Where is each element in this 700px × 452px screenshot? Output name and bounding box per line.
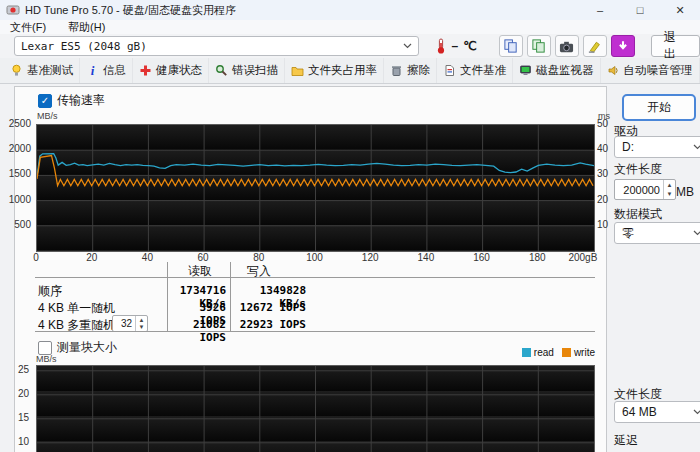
folder-icon — [291, 64, 304, 77]
tab-bar: 基准测试 i信息 健康状态 错误扫描 文件夹占用率 擦除 文件基准 磁盘监视器 … — [0, 58, 700, 84]
temperature-display: – ℃ — [435, 38, 477, 54]
transfer-rate-label: 传输速率 — [57, 92, 105, 109]
monitor-icon — [519, 64, 532, 77]
row-4k-multi-write: 22923 IOPS — [232, 318, 306, 331]
spinner-arrows: ▲▼ — [135, 316, 147, 331]
transfer-rate-checkbox[interactable]: ✓ 传输速率 — [38, 92, 105, 109]
tab-label: 擦除 — [407, 63, 430, 78]
menu-file[interactable]: 文件(F) — [8, 20, 48, 35]
copy-green-icon — [531, 38, 547, 54]
tab-label: 基准测试 — [27, 63, 73, 78]
tab-label: 自动噪音管理 — [624, 63, 693, 78]
tab-label: 磁盘监视器 — [536, 63, 594, 78]
copy-text-button[interactable] — [499, 35, 523, 57]
table-header-divider — [35, 277, 595, 278]
queue-depth-value: 32 — [113, 318, 135, 329]
save-results-button[interactable] — [611, 35, 635, 57]
spinner-down-icon[interactable]: ▼ — [664, 190, 675, 200]
row-sequential-label: 顺序 — [38, 283, 62, 300]
close-button[interactable]: ✕ — [660, 0, 700, 20]
temperature-value: – — [452, 39, 459, 53]
download-arrow-icon — [616, 39, 630, 53]
spinner-up-icon[interactable]: ▲ — [136, 316, 147, 324]
tab-benchmark[interactable]: 基准测试 — [4, 58, 80, 83]
trash-icon — [390, 64, 403, 77]
window-title: HD Tune Pro 5.70 - 硬盘/固态硬盘实用程序 — [25, 3, 236, 18]
info-icon: i — [86, 64, 99, 77]
tab-file-benchmark[interactable]: 文件基准 — [437, 58, 513, 83]
menu-bar: 文件(F) 帮助(H) — [0, 20, 700, 34]
spinner-up-icon[interactable]: ▲ — [664, 180, 675, 190]
block-size-label: 测量块大小 — [57, 339, 117, 356]
file-length-label: 文件长度 — [614, 161, 662, 178]
tab-health[interactable]: 健康状态 — [133, 58, 209, 83]
read-swatch-icon — [522, 348, 531, 357]
legend-read: read — [522, 347, 554, 358]
drive-selector[interactable]: Lexar ES5 (2048 gB) — [14, 36, 419, 56]
section-divider — [35, 331, 595, 332]
spinner-arrows: ▲▼ — [663, 180, 675, 199]
svg-text:i: i — [91, 64, 95, 77]
chart2-legend: read write — [522, 347, 595, 358]
checkbox-checked-icon: ✓ — [38, 94, 52, 108]
tab-label: 文件基准 — [460, 63, 506, 78]
chevron-down-icon — [693, 144, 700, 150]
exit-button[interactable]: 退出 — [651, 35, 700, 57]
thermometer-icon — [435, 38, 447, 54]
legend-write-label: write — [574, 347, 595, 358]
file-length2-value: 64 MB — [622, 405, 657, 419]
maximize-button[interactable]: □ — [620, 0, 660, 20]
copy-blue-icon — [503, 38, 519, 54]
hd-tune-window: HD Tune Pro 5.70 - 硬盘/固态硬盘实用程序 – □ ✕ 文件(… — [0, 0, 700, 452]
tab-label: 文件夹占用率 — [308, 63, 377, 78]
tab-aam[interactable]: 自动噪音管理 — [601, 58, 700, 83]
drive-selector-value: Lexar ES5 (2048 gB) — [21, 40, 147, 53]
minimize-button[interactable]: – — [580, 0, 620, 20]
chevron-down-icon — [693, 230, 700, 236]
toolbar-buttons — [499, 35, 635, 57]
checkbox-unchecked-icon — [38, 341, 52, 355]
data-mode-value: 零 — [622, 225, 634, 242]
health-cross-icon — [139, 64, 152, 77]
title-bar: HD Tune Pro 5.70 - 硬盘/固态硬盘实用程序 – □ ✕ — [0, 0, 700, 20]
data-mode-dropdown[interactable]: 零 — [614, 222, 700, 244]
block-size-chart — [36, 365, 595, 452]
copy-image-button[interactable] — [527, 35, 551, 57]
row-4k-single-write: 12672 IOPS — [232, 301, 306, 314]
legend-write: write — [562, 347, 595, 358]
tab-erase[interactable]: 擦除 — [384, 58, 437, 83]
temperature-unit: ℃ — [463, 39, 476, 53]
highlighter-icon — [587, 39, 602, 54]
tab-label: 信息 — [103, 63, 126, 78]
chart1-y-unit: MB/s — [37, 111, 58, 121]
legend-read-label: read — [534, 347, 554, 358]
menu-help[interactable]: 帮助(H) — [66, 20, 107, 35]
drive-dropdown[interactable]: D: — [614, 136, 700, 158]
file-length-spinner[interactable]: 200000 ▲▼ — [614, 179, 676, 200]
chart2-y-unit: MB/s — [36, 354, 57, 364]
magnifier-icon — [215, 64, 228, 77]
file-length2-dropdown[interactable]: 64 MB — [614, 401, 700, 423]
data-mode-label: 数据模式 — [614, 206, 662, 223]
bulb-icon — [10, 64, 23, 77]
chevron-down-icon — [693, 409, 700, 415]
app-icon — [6, 3, 20, 17]
highlight-button[interactable] — [583, 35, 607, 57]
tab-disk-monitor[interactable]: 磁盘监视器 — [513, 58, 601, 83]
file-length-unit: MB — [676, 185, 694, 199]
table-vline-2 — [230, 262, 231, 331]
file-icon — [443, 64, 456, 77]
row-4k-single-label: 4 KB 单一随机 — [38, 300, 115, 317]
tab-error-scan[interactable]: 错误扫描 — [209, 58, 285, 83]
start-button[interactable]: 开始 — [622, 94, 696, 121]
tab-folder-usage[interactable]: 文件夹占用率 — [285, 58, 384, 83]
latency-label: 延迟 — [614, 432, 638, 449]
camera-icon — [558, 39, 575, 54]
spinner-down-icon[interactable]: ▼ — [136, 324, 147, 332]
file-length-value: 200000 — [615, 184, 663, 196]
transfer-rate-chart — [36, 124, 595, 252]
tab-info[interactable]: i信息 — [80, 58, 133, 83]
queue-depth-spinner[interactable]: 32 ▲▼ — [112, 315, 148, 332]
chart1-y2-unit: ms — [598, 111, 610, 121]
screenshot-button[interactable] — [555, 35, 579, 57]
